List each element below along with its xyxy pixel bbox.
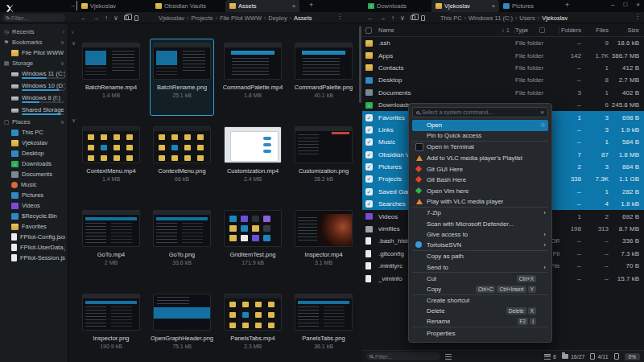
context-menu-item[interactable]: Play with VLC media player: [412, 196, 548, 208]
grid-item[interactable]: GridItemTest.png 171.9 kB: [221, 206, 285, 283]
sidebar-item[interactable]: FPilot-UserData.json: [0, 242, 68, 253]
sidebar-item[interactable]: This PC: [0, 127, 68, 138]
sidebar-section-header[interactable]: Recents ›: [0, 27, 68, 37]
group-collapse-icon[interactable]: ›: [72, 30, 73, 35]
breadcrumb-segment[interactable]: Windows 11 (C:): [469, 14, 513, 22]
grid-item[interactable]: GoTo.png 33.6 kB: [150, 206, 214, 283]
history-dropdown-icon[interactable]: ∨: [114, 14, 118, 22]
grid-item[interactable]: PanelsTabs.mp4 2.3 MB: [221, 290, 285, 362]
grid-item[interactable]: OpenGraphHeader.png 75.1 kB: [150, 290, 214, 362]
back-icon[interactable]: ←: [80, 14, 87, 22]
breadcrumb-segment[interactable]: Vjekoslav: [159, 14, 184, 22]
context-menu-item[interactable]: 7-Zip: [412, 208, 548, 219]
grid-item[interactable]: Customization.png 28.2 kB: [291, 122, 356, 200]
grid-item[interactable]: GoTo.mp4 2 MB: [79, 206, 143, 283]
breadcrumb-segment[interactable]: Vjekoslav: [542, 14, 568, 22]
up-icon[interactable]: ↑: [105, 14, 108, 22]
context-menu-item[interactable]: Open: [412, 120, 548, 131]
tab[interactable]: Pictures: [499, 0, 567, 12]
grid-item[interactable]: BatchRename.png 25.1 kB: [150, 39, 214, 116]
sidebar-item[interactable]: FPilot-Config.json: [0, 232, 68, 242]
list-filter-input[interactable]: [375, 354, 437, 360]
collapse-sidebar-icon[interactable]: →: [69, 1, 77, 10]
column-header-name[interactable]: Name ↕1: [378, 27, 515, 34]
context-menu-item[interactable]: Git GUI Here: [412, 163, 548, 175]
close-button[interactable]: ×: [636, 1, 640, 8]
copy-path-icon[interactable]: [411, 15, 415, 20]
context-menu-item[interactable]: Cut Ctrl+X: [412, 273, 548, 284]
breadcrumb-segment[interactable]: Assets: [294, 14, 312, 22]
new-tab-button[interactable]: +: [565, 1, 569, 9]
breadcrumb-segment[interactable]: Deploy: [268, 14, 287, 22]
context-menu-item[interactable]: Copy as path: [412, 251, 548, 262]
sidebar-item[interactable]: Favorites: [0, 221, 68, 232]
sidebar-item[interactable]: File Pilot WWW: [0, 47, 68, 58]
file-row[interactable]: .ssh File folder -- 9 18.6 kB: [362, 37, 644, 49]
sidebar-item[interactable]: Windows 10 (D:): [0, 80, 68, 91]
list-filter[interactable]: [366, 352, 440, 360]
file-row[interactable]: Documents File folder 3 1 402 B: [362, 87, 644, 99]
tab-close-icon[interactable]: ×: [292, 3, 295, 9]
grid-item[interactable]: ContextMenu.png 66 kB: [150, 122, 214, 200]
sidebar-item[interactable]: Windows 11 (C:): [0, 68, 68, 79]
context-menu-item[interactable]: Create shortcut: [412, 295, 548, 306]
context-menu-item[interactable]: TortoiseSVN: [412, 241, 548, 252]
minimize-button[interactable]: –: [611, 1, 614, 8]
back-icon[interactable]: ←: [367, 14, 374, 22]
breadcrumb-segment[interactable]: Users: [519, 14, 535, 22]
sidebar-filter-input[interactable]: [11, 15, 62, 21]
context-menu-item[interactable]: Open Vim here: [412, 186, 548, 197]
right-pane-overflow-icon[interactable]: ⋮: [634, 13, 641, 20]
sidebar-item[interactable]: Vjekoslav: [0, 138, 68, 148]
sidebar-filter[interactable]: [2, 14, 65, 22]
chevron-icon[interactable]: ∨: [60, 60, 64, 67]
context-menu-item[interactable]: Give access to: [412, 229, 548, 241]
breadcrumb-segment[interactable]: This PC: [440, 14, 462, 22]
grid-item[interactable]: Customization.mp4 2.4 MB: [221, 122, 285, 200]
sidebar-section-header[interactable]: Storage ∨: [0, 58, 68, 68]
type-filter-icon[interactable]: [539, 27, 545, 33]
grid-item[interactable]: BatchRename.mp4 1.4 MB: [79, 39, 143, 116]
chevron-icon[interactable]: ∨: [60, 119, 64, 125]
context-menu-item[interactable]: Rename F2I: [412, 317, 548, 328]
bookmark-icon[interactable]: [134, 15, 138, 21]
command-search-input[interactable]: [422, 109, 538, 115]
file-row[interactable]: Desktop File folder -- 8 2.7 MB: [362, 74, 644, 86]
context-menu-item[interactable]: Delete DeleteX: [412, 306, 548, 317]
tab[interactable]: Assets ×: [225, 0, 299, 12]
column-header-files[interactable]: Files: [581, 27, 609, 34]
sort-indicator[interactable]: ↕1: [502, 27, 515, 34]
grid-item[interactable]: PanelsTabs.png 36.1 kB: [291, 290, 356, 362]
tab[interactable]: Vjekoslav ×: [431, 0, 499, 12]
new-tab-button[interactable]: +: [309, 1, 313, 9]
tab[interactable]: Vjekoslav: [77, 0, 151, 12]
column-header-folders[interactable]: Folders: [559, 27, 581, 34]
context-menu-item[interactable]: Copy Ctrl+CCtrl+InsertY: [412, 284, 548, 295]
sidebar-section-header[interactable]: Places ∨: [0, 117, 68, 127]
sidebar-item[interactable]: Windows 8 (I:): [0, 93, 68, 103]
grid-scrollbar[interactable]: [359, 26, 361, 360]
chevron-icon[interactable]: ›: [63, 29, 64, 35]
context-menu-item[interactable]: Add to VLC media player's Playlist: [412, 153, 548, 164]
group-expand-icon[interactable]: ∨: [72, 117, 76, 124]
tab[interactable]: Downloads: [364, 0, 431, 12]
select-all-checkbox[interactable]: [365, 27, 372, 34]
file-row[interactable]: Apps File folder 142 1.7K 386.7 MB: [362, 49, 644, 61]
sidebar-item[interactable]: Videos: [0, 200, 68, 211]
context-menu-item[interactable]: Scan with Microsoft Defender...: [412, 218, 548, 229]
bookmark-icon[interactable]: [421, 15, 425, 21]
copy-path-icon[interactable]: [124, 15, 129, 20]
context-menu-item[interactable]: Properties: [412, 327, 548, 339]
context-menu-item[interactable]: Open in Terminal: [412, 142, 548, 153]
context-menu-item[interactable]: Send to: [412, 262, 548, 274]
group-expand-icon[interactable]: ∨: [72, 40, 76, 47]
sidebar-item[interactable]: Shared Storage (T:): [0, 105, 68, 115]
context-menu-item[interactable]: Pin to Quick access: [412, 131, 548, 142]
history-dropdown-icon[interactable]: ∨: [400, 14, 405, 22]
maximize-button[interactable]: □: [623, 1, 627, 8]
forward-icon[interactable]: →: [379, 14, 386, 22]
sidebar-item[interactable]: Music: [0, 179, 68, 190]
close-icon[interactable]: ×: [540, 109, 544, 116]
grid-item[interactable]: CommandPalette.png 40.1 kB: [291, 39, 356, 116]
breadcrumb-segment[interactable]: File Pilot WWW: [220, 14, 262, 22]
